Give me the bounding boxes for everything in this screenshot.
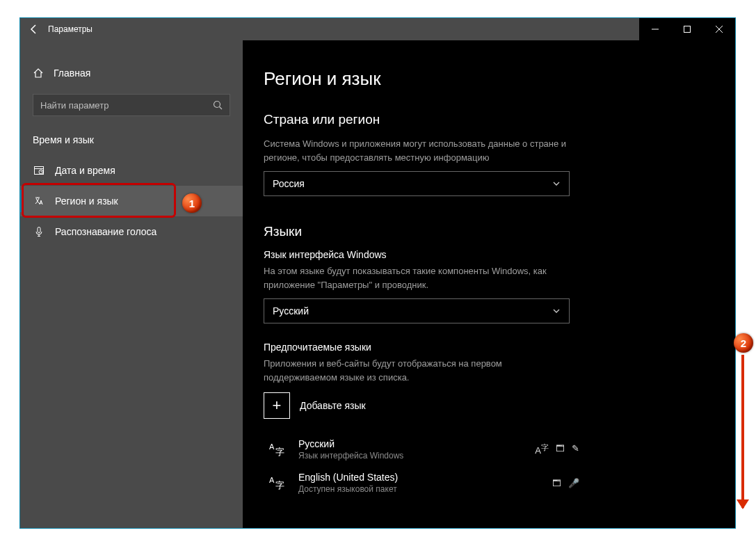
svg-text:字: 字 (275, 447, 284, 457)
annotation-arrow (741, 355, 744, 508)
language-sub: Доступен языковой пакет (298, 484, 541, 494)
arrow-left-icon (29, 24, 40, 35)
close-button[interactable] (703, 18, 735, 40)
svg-text:字: 字 (275, 480, 284, 490)
minimize-icon (652, 26, 659, 33)
sidebar: Главная Найти параметр Время и язык Дата… (20, 40, 243, 528)
region-desc: Система Windows и приложения могут испол… (264, 137, 570, 164)
preferred-lang-label: Предпочитаемые языки (264, 342, 700, 353)
search-placeholder: Найти параметр (40, 100, 213, 111)
sidebar-item-date-time[interactable]: Дата и время (20, 155, 243, 186)
language-feature-icons: A字 🗔 ✎ (535, 443, 698, 456)
chevron-down-icon (552, 179, 561, 188)
languages-heading: Языки (264, 224, 700, 239)
svg-text:A: A (269, 476, 275, 484)
svg-rect-1 (684, 26, 691, 33)
language-sub: Язык интерфейса Windows (298, 451, 524, 461)
region-selected: Россия (273, 178, 552, 189)
region-heading: Страна или регион (264, 112, 700, 127)
calendar-clock-icon (33, 164, 45, 177)
text-to-speech-icon: 🗔 (552, 478, 561, 488)
sidebar-item-region-language[interactable]: Регион и язык (20, 186, 243, 216)
annotation-marker-1: 1 (182, 193, 202, 213)
window-controls (639, 18, 735, 40)
window-title: Параметры (48, 24, 93, 34)
window-body: Главная Найти параметр Время и язык Дата… (20, 40, 735, 528)
svg-point-2 (214, 102, 220, 108)
maximize-icon (684, 26, 691, 33)
home-label: Главная (54, 67, 90, 79)
region-dropdown[interactable]: Россия (264, 171, 570, 196)
add-language-button[interactable]: + Добавьте язык (264, 392, 700, 419)
language-name: Русский (298, 438, 524, 449)
svg-rect-7 (38, 227, 40, 233)
language-item[interactable]: A字 Русский Язык интерфейса Windows A字 🗔 … (264, 433, 700, 466)
language-text: English (United States) Доступен языково… (298, 472, 541, 494)
search-icon (213, 100, 223, 110)
display-lang-icon: A字 (535, 443, 549, 456)
text-to-speech-icon: 🗔 (556, 443, 565, 456)
content-pane: Регион и язык Страна или регион Система … (243, 40, 735, 528)
minimize-button[interactable] (639, 18, 671, 40)
interface-lang-selected: Русский (273, 305, 552, 317)
sidebar-section-label: Время и язык (20, 129, 243, 155)
language-glyph-icon: A字 (266, 439, 287, 460)
speech-icon: 🎤 (568, 478, 579, 488)
interface-lang-desc: На этом языке будут показываться такие к… (264, 264, 570, 291)
sidebar-item-label: Распознавание голоса (55, 226, 156, 237)
language-text: Русский Язык интерфейса Windows (298, 438, 524, 461)
home-icon (33, 67, 44, 79)
microphone-icon (33, 225, 45, 238)
preferred-lang-desc: Приложения и веб-сайты будут отображатьс… (264, 357, 570, 384)
sidebar-item-label: Дата и время (55, 165, 115, 176)
sidebar-item-label: Регион и язык (55, 195, 118, 207)
home-link[interactable]: Главная (20, 58, 243, 88)
language-feature-icons: 🗔 🎤 (552, 478, 698, 488)
annotation-marker-2: 2 (734, 333, 753, 353)
add-language-label: Добавьте язык (300, 400, 366, 411)
language-icon (33, 195, 45, 207)
interface-lang-dropdown[interactable]: Русский (264, 298, 570, 323)
settings-window: Параметры Главная Найти параметр (19, 17, 736, 529)
sidebar-item-speech[interactable]: Распознавание голоса (20, 216, 243, 247)
back-button[interactable] (20, 18, 48, 40)
svg-line-3 (220, 107, 223, 110)
page-title: Регион и язык (264, 68, 700, 90)
handwriting-icon: ✎ (572, 443, 579, 456)
search-input[interactable]: Найти параметр (33, 94, 230, 116)
svg-text:A: A (269, 442, 275, 451)
close-icon (716, 26, 723, 33)
title-bar: Параметры (20, 18, 735, 40)
language-name: English (United States) (298, 472, 541, 483)
plus-icon: + (264, 392, 290, 419)
maximize-button[interactable] (671, 18, 703, 40)
interface-lang-label: Язык интерфейса Windows (264, 249, 700, 260)
chevron-down-icon (552, 307, 561, 315)
language-glyph-icon: A字 (266, 472, 287, 493)
language-item[interactable]: A字 English (United States) Доступен язык… (264, 466, 700, 499)
